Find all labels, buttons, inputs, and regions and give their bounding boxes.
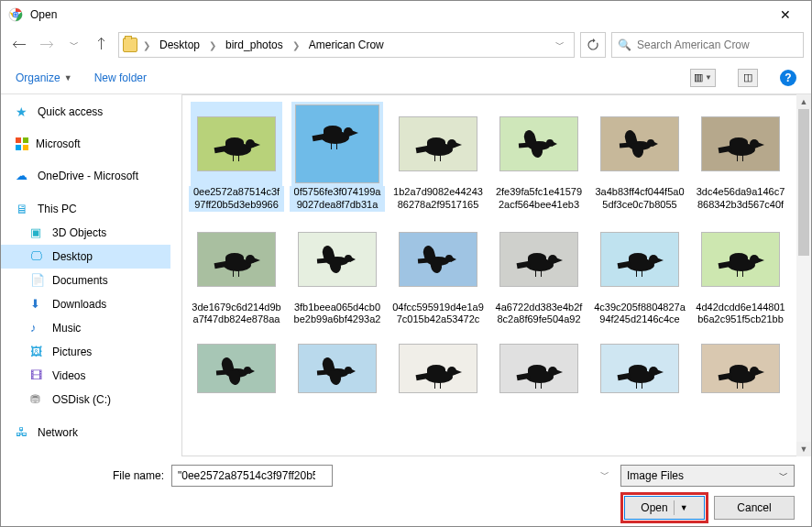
folder-icon [123, 38, 137, 52]
scroll-down-button[interactable]: ▼ [796, 442, 811, 456]
toolbar: Organize▼ New folder ▥▼ ◫ ? [1, 61, 811, 94]
cancel-button[interactable]: Cancel [714, 496, 795, 520]
file-name-label: File name: [17, 469, 164, 482]
window-title: Open [30, 8, 767, 21]
network-icon: 🖧 [16, 425, 30, 440]
crumb-bird-photos[interactable]: bird_photos [222, 37, 287, 53]
cube-icon: ▣ [30, 225, 45, 240]
file-thumbnail[interactable]: 2fe39fa5fc1e415792acf564bee41eb3 [491, 102, 587, 212]
file-name-label: 3a4b83ff4cf044f5a05df3ce0c7b8055 [592, 186, 687, 212]
recent-dropdown[interactable]: ﹀ [63, 34, 85, 56]
file-name-label: 4c39c205f8804827a94f245d2146c4ce [592, 302, 687, 327]
scroll-up-button[interactable]: ▲ [796, 94, 811, 109]
file-name-label: 0f5756fe3f074199a9027dea8f7db31a [290, 186, 385, 212]
chevron-right-icon[interactable]: ❯ [141, 40, 152, 50]
sidebar-pictures[interactable]: 🖼Pictures [1, 340, 170, 364]
scroll-track[interactable] [796, 109, 811, 442]
file-thumbnail[interactable]: 0ee2572a87514c3f97ff20b5d3eb9966 [189, 102, 284, 212]
pc-icon: 🖥 [16, 202, 30, 216]
video-icon: 🎞 [30, 368, 45, 383]
sidebar-3d-objects[interactable]: ▣3D Objects [1, 221, 170, 245]
chevron-down-icon[interactable]: ﹀ [600, 468, 609, 481]
chevron-down-icon: ﹀ [779, 469, 788, 482]
search-icon: 🔍 [618, 38, 631, 51]
star-icon: ★ [16, 104, 30, 119]
help-button[interactable]: ? [780, 70, 796, 86]
sidebar-onedrive[interactable]: ☁OneDrive - Microsoft [1, 164, 170, 188]
sidebar: ★Quick access Microsoft ☁OneDrive - Micr… [1, 94, 170, 456]
disk-icon: ⛃ [30, 392, 45, 407]
sidebar-network[interactable]: 🖧Network [1, 421, 170, 445]
file-type-filter[interactable]: Image Files ﹀ [620, 465, 795, 487]
new-folder-button[interactable]: New folder [94, 71, 147, 84]
sidebar-osdisk[interactable]: ⛃OSDisk (C:) [1, 388, 170, 412]
organize-menu[interactable]: Organize▼ [16, 71, 72, 84]
file-thumbnail[interactable]: 3de1679c6d214d9ba7f47db824e878aa [189, 217, 284, 327]
chevron-down-icon[interactable]: ▼ [680, 503, 688, 512]
view-options-button[interactable]: ▥▼ [690, 69, 716, 87]
cloud-icon: ☁ [16, 169, 30, 183]
preview-pane-button[interactable]: ◫ [738, 69, 758, 87]
chevron-right-icon: ❯ [207, 40, 218, 50]
nav-row: 🡐 🡒 ﹀ 🡑 ❯ Desktop ❯ bird_photos ❯ Americ… [1, 28, 811, 61]
scroll-thumb[interactable] [798, 109, 809, 256]
file-thumbnail[interactable]: r3c [390, 332, 486, 405]
sidebar-videos[interactable]: 🎞Videos [1, 364, 170, 388]
file-thumbnail[interactable]: r3e [592, 332, 687, 405]
refresh-button[interactable] [580, 32, 606, 58]
crumb-desktop[interactable]: Desktop [156, 37, 203, 53]
file-thumbnail[interactable]: r3f [693, 332, 788, 405]
file-thumbnail[interactable]: 1b2a7d9082e4424386278a2f9517165 [390, 102, 486, 212]
file-thumbnail[interactable]: r3a [189, 332, 284, 405]
file-thumbnail[interactable]: r3b [290, 332, 385, 405]
file-type-filter-label: Image Files [627, 469, 684, 482]
crumb-american-crow[interactable]: American Crow [305, 37, 388, 53]
thumbnail-grid[interactable]: 0ee2572a87514c3f97ff20b5d3eb99660f5756fe… [170, 94, 811, 456]
sidebar-downloads[interactable]: ⬇Downloads [1, 292, 170, 316]
svg-point-4 [14, 13, 17, 16]
file-name-label: 1b2a7d9082e4424386278a2f9517165 [390, 186, 486, 212]
body: ★Quick access Microsoft ☁OneDrive - Micr… [1, 94, 811, 456]
address-dropdown[interactable]: ﹀ [550, 38, 570, 51]
title-bar: Open ✕ [1, 1, 811, 28]
file-thumbnail[interactable]: 3dc4e56da9a146c7868342b3d567c40f [693, 102, 788, 212]
document-icon: 📄 [30, 273, 45, 288]
chrome-icon [8, 7, 23, 22]
address-bar[interactable]: ❯ Desktop ❯ bird_photos ❯ American Crow … [118, 32, 575, 58]
scrollbar[interactable]: ▲ ▼ [796, 94, 811, 456]
file-thumbnail[interactable]: r3d [491, 332, 587, 405]
sidebar-this-pc[interactable]: 🖥This PC [1, 197, 170, 221]
file-thumbnail[interactable]: 0f5756fe3f074199a9027dea8f7db31a [290, 102, 385, 212]
sidebar-quick-access[interactable]: ★Quick access [1, 100, 170, 124]
file-name-input[interactable] [171, 465, 333, 487]
file-thumbnail[interactable]: 04fcc595919d4e1a97c015b42a53472c [390, 217, 486, 327]
file-pane: 0ee2572a87514c3f97ff20b5d3eb99660f5756fe… [170, 94, 811, 456]
microsoft-icon [16, 137, 28, 150]
open-button[interactable]: Open▼ [624, 496, 705, 520]
file-name-combo[interactable]: ﹀ [171, 465, 613, 487]
chevron-right-icon: ❯ [291, 40, 302, 50]
bottom-bar: File name: ﹀ Image Files ﹀ Open▼ Cancel [1, 457, 811, 526]
file-thumbnail[interactable]: 4d42dcdd6e144801b6a2c951f5cb21bb [693, 217, 788, 327]
download-icon: ⬇ [30, 297, 45, 312]
back-button[interactable]: 🡐 [8, 34, 30, 56]
file-name-label: 04fcc595919d4e1a97c015b42a53472c [390, 302, 486, 327]
sidebar-desktop[interactable]: 🖵Desktop [1, 245, 170, 269]
sidebar-music[interactable]: ♪Music [1, 316, 170, 340]
file-thumbnail[interactable]: 3fb1beea065d4cb0be2b99a6bf4293a2 [290, 217, 385, 327]
file-name-label: 2fe39fa5fc1e415792acf564bee41eb3 [491, 186, 587, 212]
sidebar-microsoft[interactable]: Microsoft [1, 133, 170, 155]
forward-button[interactable]: 🡒 [36, 34, 58, 56]
file-thumbnail[interactable]: 4a6722dd383e4b2f8c2a8f69fe504a92 [491, 217, 587, 327]
file-thumbnail[interactable]: 3a4b83ff4cf044f5a05df3ce0c7b8055 [592, 102, 687, 212]
up-button[interactable]: 🡑 [91, 34, 113, 56]
file-name-label: 3fb1beea065d4cb0be2b99a6bf4293a2 [290, 302, 385, 327]
sidebar-documents[interactable]: 📄Documents [1, 269, 170, 292]
file-thumbnail[interactable]: 4c39c205f8804827a94f245d2146c4ce [592, 217, 687, 327]
file-name-label: 0ee2572a87514c3f97ff20b5d3eb9966 [189, 186, 284, 212]
search-box[interactable]: 🔍 [611, 32, 804, 58]
close-button[interactable]: ✕ [767, 7, 804, 22]
search-input[interactable] [637, 38, 797, 51]
music-icon: ♪ [30, 321, 45, 335]
file-name-label: 3de1679c6d214d9ba7f47db824e878aa [189, 302, 284, 327]
